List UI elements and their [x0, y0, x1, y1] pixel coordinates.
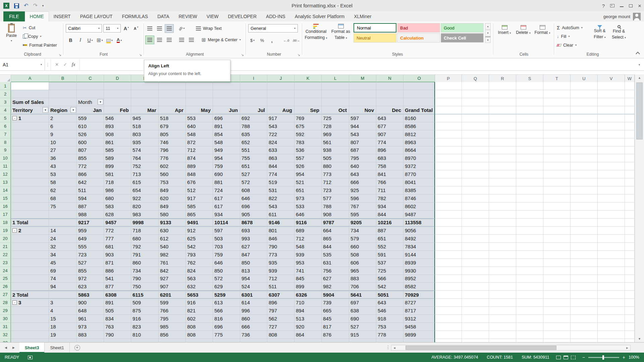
cell-K27[interactable]: 6326 — [294, 291, 322, 299]
cell-K28[interactable]: 710 — [294, 299, 322, 307]
cell-J28[interactable]: 896 — [267, 299, 294, 307]
cell-J19[interactable]: 801 — [267, 227, 294, 235]
find-select-button[interactable]: Find & Select ▾ — [610, 23, 628, 40]
tab-add-ins[interactable]: ADD-INS — [261, 11, 290, 21]
cell-B1[interactable] — [49, 82, 77, 90]
cell-I2[interactable] — [240, 90, 267, 98]
cell-V21[interactable] — [598, 243, 625, 251]
shrink-font-button[interactable]: A▾ — [132, 24, 140, 33]
cell-A17[interactable] — [11, 210, 49, 219]
tab-analytic-solver-platform[interactable]: Analytic Solver Platform — [290, 11, 350, 21]
cell-A15[interactable] — [11, 194, 49, 202]
undo-button[interactable]: ↶ — [24, 3, 28, 8]
cell-W18[interactable] — [625, 219, 635, 227]
cell-C28[interactable]: 900 — [77, 299, 104, 307]
paste-button[interactable]: Paste▾ — [3, 22, 19, 43]
cell-U11[interactable] — [571, 162, 598, 170]
cell-F31[interactable]: 985 — [159, 323, 186, 331]
cell-A33[interactable] — [11, 339, 49, 342]
cell-V22[interactable] — [598, 251, 625, 259]
cell-R8[interactable] — [489, 138, 516, 146]
cell-L30[interactable]: 845 — [322, 315, 349, 323]
cell-V1[interactable] — [598, 82, 625, 90]
cell-V13[interactable] — [598, 178, 625, 186]
cell-A8[interactable] — [11, 138, 49, 146]
cell-I31[interactable]: 666 — [240, 323, 267, 331]
cell-T26[interactable] — [543, 283, 571, 291]
cell-Q5[interactable] — [462, 114, 489, 122]
cell-D5[interactable]: 546 — [104, 114, 131, 122]
cell-V14[interactable] — [598, 186, 625, 194]
cell-U23[interactable] — [571, 259, 598, 267]
cell-L23[interactable]: 631 — [322, 259, 349, 267]
cell-R20[interactable] — [489, 235, 516, 243]
cell-M22[interactable]: 508 — [349, 251, 376, 259]
cell-U8[interactable] — [571, 138, 598, 146]
font-color-button[interactable]: A▾ — [115, 36, 123, 44]
cell-E16[interactable]: 820 — [131, 202, 159, 210]
cell-E14[interactable]: 654 — [131, 186, 159, 194]
cell-Q23[interactable] — [462, 259, 489, 267]
cell-F16[interactable]: 849 — [159, 202, 186, 210]
row-header-26[interactable]: 26 — [0, 283, 11, 291]
cell-K15[interactable]: 973 — [294, 194, 322, 202]
cell-V19[interactable] — [598, 227, 625, 235]
vertical-scrollbar[interactable]: ▲ ▼ — [635, 74, 644, 342]
row-header-8[interactable]: 8 — [0, 138, 11, 146]
cell-S27[interactable] — [516, 291, 543, 299]
cell-P2[interactable] — [435, 90, 462, 98]
cell-P26[interactable] — [435, 283, 462, 291]
cell-F5[interactable]: 518 — [159, 114, 186, 122]
cell-A23[interactable] — [11, 259, 49, 267]
cell-M32[interactable]: 915 — [349, 331, 376, 339]
cell-D7[interactable]: 908 — [104, 130, 131, 138]
cell-K32[interactable]: 864 — [294, 331, 322, 339]
cell-R18[interactable] — [489, 219, 516, 227]
cell-L31[interactable]: 817 — [322, 323, 349, 331]
cell-N21[interactable]: 552 — [376, 243, 404, 251]
cell-S7[interactable] — [516, 130, 543, 138]
cell-U9[interactable] — [571, 146, 598, 155]
number-format-combo[interactable]: General▾ — [248, 24, 298, 33]
cell-W17[interactable] — [625, 210, 635, 219]
cell-N8[interactable]: 774 — [376, 138, 404, 146]
cell-W30[interactable] — [625, 315, 635, 323]
font-size-combo[interactable]: 11▾ — [103, 24, 121, 33]
cell-W8[interactable] — [625, 138, 635, 146]
cell-N22[interactable]: 591 — [376, 251, 404, 259]
row-header-21[interactable]: 21 — [0, 243, 11, 251]
cell-N18[interactable]: 10216 — [376, 219, 404, 227]
cell-N30[interactable]: 918 — [376, 315, 404, 323]
cell-D9[interactable]: 585 — [104, 146, 131, 155]
row-header-6[interactable]: 6 — [0, 122, 11, 130]
cell-S21[interactable] — [516, 243, 543, 251]
close-button[interactable]: × — [638, 3, 641, 9]
cell-C13[interactable]: 642 — [77, 178, 104, 186]
cell-H28[interactable]: 613 — [213, 299, 240, 307]
cell-U5[interactable] — [571, 114, 598, 122]
cell-C4[interactable]: Jan — [77, 106, 104, 114]
cell-K4[interactable]: Sep — [294, 106, 322, 114]
zoom-out-button[interactable]: − — [582, 355, 585, 360]
cell-I1[interactable] — [240, 82, 267, 90]
cell-N7[interactable]: 907 — [376, 130, 404, 138]
cell-K17[interactable]: 646 — [294, 210, 322, 219]
cell-E6[interactable]: 518 — [131, 122, 159, 130]
cell-M10[interactable]: 795 — [349, 154, 376, 162]
sort-filter-button[interactable]: Sort & Filter ▾ — [591, 23, 608, 40]
cell-M5[interactable]: 597 — [349, 114, 376, 122]
cell-J27[interactable]: 6307 — [267, 291, 294, 299]
row-header-22[interactable]: 22 — [0, 251, 11, 259]
cell-S6[interactable] — [516, 122, 543, 130]
cell-Q9[interactable] — [462, 146, 489, 155]
cell-A12[interactable] — [11, 170, 49, 178]
cell-P12[interactable] — [435, 170, 462, 178]
cell-P7[interactable] — [435, 130, 462, 138]
cell-D8[interactable]: 861 — [104, 138, 131, 146]
cell-C15[interactable]: 594 — [77, 194, 104, 202]
cell-H32[interactable]: 775 — [213, 331, 240, 339]
cell-P17[interactable] — [435, 210, 462, 219]
cell-Q27[interactable] — [462, 291, 489, 299]
cell-R30[interactable] — [489, 315, 516, 323]
cell-R24[interactable] — [489, 267, 516, 275]
